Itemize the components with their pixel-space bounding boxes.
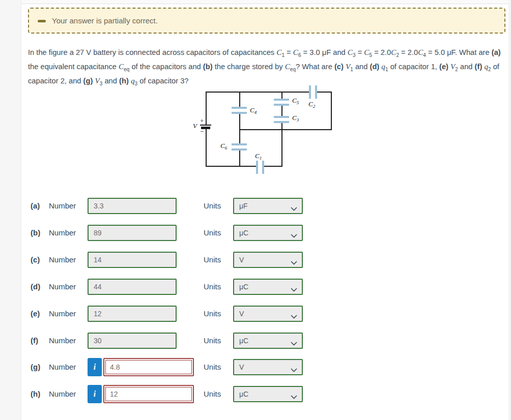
units-select-c[interactable]: V <box>233 252 303 268</box>
capacitor-c4-plate <box>232 112 247 114</box>
capacitor-label-c1: C1 <box>255 152 262 161</box>
capacitor-c3-plate <box>274 116 289 118</box>
units-label: Units <box>204 225 221 241</box>
units-label: Units <box>204 198 221 214</box>
selected-unit: μC <box>239 283 248 291</box>
answer-input-d[interactable] <box>88 279 177 295</box>
number-label: Number <box>49 358 76 376</box>
battery-label: V <box>193 122 197 130</box>
chevron-down-icon <box>291 339 297 347</box>
battery-minus-sign: − <box>200 128 204 136</box>
answer-row-d: (d) Number Units μC <box>31 279 356 297</box>
part-label: (d) <box>31 279 40 295</box>
left-gutter <box>0 0 21 420</box>
answer-input-b[interactable] <box>88 225 177 241</box>
number-label: Number <box>49 306 76 322</box>
info-icon-button[interactable]: i <box>88 358 102 376</box>
wire-segment <box>281 106 282 116</box>
capacitor-label-c2: C2 <box>308 100 315 109</box>
chevron-down-icon <box>291 258 297 266</box>
selected-unit: V <box>239 310 244 318</box>
selected-unit: V <box>239 363 244 371</box>
info-icon-button[interactable]: i <box>88 385 102 403</box>
answer-row-f: (f) Number Units μC <box>31 333 356 351</box>
units-label: Units <box>204 333 221 349</box>
units-select-g[interactable]: V <box>233 359 303 375</box>
units-select-e[interactable]: V <box>233 306 303 322</box>
chevron-down-icon <box>291 285 297 293</box>
selected-unit: V <box>239 256 244 264</box>
answer-input-f[interactable] <box>88 333 177 349</box>
units-select-d[interactable]: μC <box>233 279 303 295</box>
selected-unit: μC <box>239 390 248 398</box>
wire-segment <box>281 92 282 99</box>
answer-input-e[interactable] <box>88 306 177 322</box>
partially-correct-icon <box>38 20 46 22</box>
answer-input-c[interactable] <box>88 252 177 268</box>
wire-segment <box>239 129 240 143</box>
chevron-down-icon <box>291 231 297 239</box>
circuit-diagram: V + − C4 C5 C3 C2 C6 C1 <box>191 81 339 181</box>
part-label: (c) <box>31 252 40 268</box>
wire-segment <box>281 129 282 167</box>
units-select-a[interactable]: μF <box>233 198 303 214</box>
part-label: (g) <box>31 358 40 376</box>
answer-input-h[interactable] <box>105 387 192 401</box>
feedback-message: Your answer is partially correct. <box>52 9 158 33</box>
wire-segment <box>206 166 256 167</box>
part-label: (f) <box>31 333 38 349</box>
number-label: Number <box>49 252 76 268</box>
number-label: Number <box>49 198 76 214</box>
answer-row-b: (b) Number Units μC <box>31 225 356 243</box>
capacitor-c2-plate <box>309 85 311 99</box>
units-label: Units <box>204 385 221 403</box>
capacitor-label-c4: C4 <box>250 106 257 115</box>
units-select-f[interactable]: μC <box>233 333 303 349</box>
part-label: (a) <box>31 198 40 214</box>
capacitor-c5-plate <box>274 104 289 106</box>
part-label: (e) <box>31 306 40 322</box>
answer-row-a: (a) Number Units μF <box>31 198 356 216</box>
capacitor-label-c3: C3 <box>292 114 299 123</box>
answer-input-a[interactable] <box>88 198 177 214</box>
wire-segment <box>317 92 332 93</box>
number-label: Number <box>49 333 76 349</box>
wire-segment <box>206 129 207 167</box>
info-icon: i <box>94 363 96 371</box>
answer-row-g: (g) Number i Units V <box>31 358 356 376</box>
capacitor-c2-plate <box>315 85 317 99</box>
capacitor-c3-plate <box>274 121 289 123</box>
answer-row-c: (c) Number Units V <box>31 252 356 270</box>
number-label: Number <box>49 279 76 295</box>
units-label: Units <box>204 279 221 295</box>
battery-plus-sign: + <box>200 117 204 125</box>
top-divider <box>21 0 511 4</box>
number-label: Number <box>49 385 76 403</box>
capacitor-c6-plate <box>232 148 247 151</box>
part-label: (h) <box>31 385 40 403</box>
units-label: Units <box>204 358 221 376</box>
incorrect-answer-field <box>103 358 194 376</box>
number-label: Number <box>49 225 76 241</box>
wire-segment <box>264 166 282 167</box>
capacitor-c6-plate <box>232 143 247 145</box>
units-select-h[interactable]: μC <box>233 386 303 402</box>
feedback-banner: Your answer is partially correct. <box>28 8 505 34</box>
wire-segment <box>331 92 332 130</box>
wire-segment <box>206 92 309 93</box>
wire-segment <box>239 129 332 130</box>
chevron-down-icon <box>291 312 297 320</box>
wire-segment <box>206 92 207 125</box>
capacitor-c1-plate <box>262 161 264 174</box>
incorrect-answer-field <box>103 385 194 403</box>
capacitor-label-c6: C6 <box>220 142 227 151</box>
capacitor-c1-plate <box>256 161 258 174</box>
units-label: Units <box>204 252 221 268</box>
answer-input-g[interactable] <box>105 360 192 374</box>
chevron-down-icon <box>291 366 297 374</box>
wire-segment <box>239 151 240 167</box>
part-label: (b) <box>31 225 40 241</box>
capacitor-c5-plate <box>274 99 289 101</box>
answer-row-h: (h) Number i Units μC <box>31 385 356 403</box>
units-select-b[interactable]: μC <box>233 225 303 241</box>
